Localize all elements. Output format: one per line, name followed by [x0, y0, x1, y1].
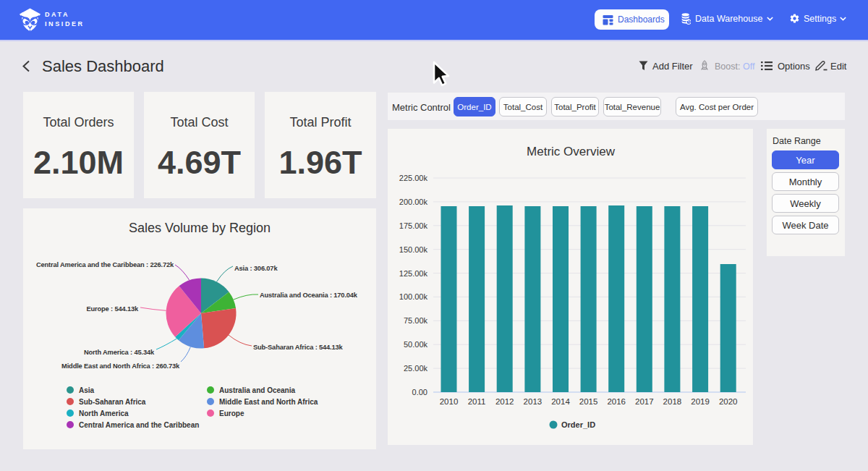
svg-text:2017: 2017 — [635, 397, 654, 406]
svg-text:Europe: Europe — [219, 410, 244, 417]
svg-text:Middle East and North Africa: Middle East and North Africa — [219, 398, 318, 406]
svg-text:Metric Overview: Metric Overview — [527, 145, 616, 158]
svg-text:125.00k: 125.00k — [399, 269, 428, 278]
svg-text:175.00k: 175.00k — [399, 221, 428, 230]
svg-text:Australia and Oceania : 170.04: Australia and Oceania : 170.04k — [260, 292, 358, 299]
svg-text:2018: 2018 — [663, 397, 682, 406]
svg-text:Order_ID: Order_ID — [561, 420, 595, 429]
svg-text:Sales Volume by Region: Sales Volume by Region — [129, 221, 271, 235]
svg-text:2016: 2016 — [607, 397, 626, 406]
svg-text:2015: 2015 — [579, 397, 598, 406]
svg-text:Central America and the Caribb: Central America and the Caribbean : 226.… — [36, 261, 174, 268]
svg-text:Central America and the Caribb: Central America and the Caribbean — [79, 421, 199, 429]
svg-text:225.00k: 225.00k — [399, 174, 428, 182]
svg-text:North America: North America — [79, 410, 129, 417]
svg-text:75.00k: 75.00k — [404, 316, 428, 325]
svg-text:North America : 45.34k: North America : 45.34k — [84, 349, 155, 356]
svg-text:Sub-Saharan Africa : 544.13k: Sub-Saharan Africa : 544.13k — [253, 344, 344, 351]
svg-text:Europe : 544.13k: Europe : 544.13k — [87, 305, 139, 313]
svg-text:2019: 2019 — [691, 397, 710, 406]
svg-text:100.00k: 100.00k — [399, 292, 428, 301]
svg-text:150.00k: 150.00k — [399, 245, 428, 254]
svg-text:50.00k: 50.00k — [404, 340, 428, 349]
svg-text:200.00k: 200.00k — [399, 198, 428, 206]
svg-text:2013: 2013 — [524, 397, 542, 406]
svg-text:2012: 2012 — [495, 397, 514, 406]
svg-text:2010: 2010 — [440, 397, 459, 406]
svg-text:2011: 2011 — [468, 397, 486, 406]
svg-text:Asia : 306.07k: Asia : 306.07k — [234, 265, 278, 272]
svg-text:Asia: Asia — [79, 386, 95, 394]
svg-text:Australia and Oceania: Australia and Oceania — [219, 386, 295, 394]
svg-text:2014: 2014 — [551, 397, 570, 406]
svg-text:Sub-Saharan Africa: Sub-Saharan Africa — [79, 398, 146, 406]
svg-text:0.00: 0.00 — [412, 388, 427, 396]
svg-text:2020: 2020 — [719, 397, 738, 406]
svg-text:Middle East and North Africa :: Middle East and North Africa : 260.73k — [61, 362, 180, 370]
svg-text:25.00k: 25.00k — [404, 364, 428, 373]
